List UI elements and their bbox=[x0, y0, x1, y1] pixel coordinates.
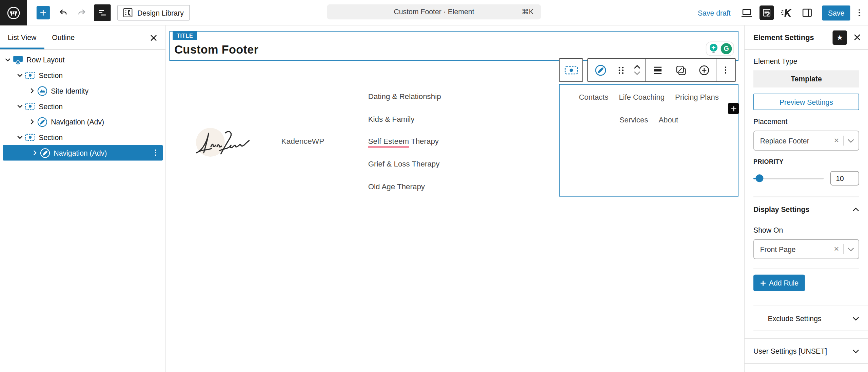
nav-link[interactable]: Services bbox=[619, 113, 648, 127]
footer-menu-link[interactable]: Kids & Family bbox=[368, 108, 441, 130]
command-palette[interactable]: Custom Footer · Element ⌘K bbox=[327, 4, 541, 19]
footer-menu-link[interactable]: Self Esteem Therapy bbox=[368, 130, 441, 153]
block-toolbar bbox=[559, 58, 736, 82]
section-icon bbox=[24, 101, 36, 112]
pin-sidebar-button[interactable]: ★ bbox=[833, 30, 847, 44]
list-view-item-section[interactable]: Section bbox=[0, 99, 165, 114]
expander-icon[interactable] bbox=[16, 105, 24, 108]
footer-menu-link[interactable]: Grief & Loss Therapy bbox=[368, 153, 441, 175]
show-on-dropdown-icon[interactable] bbox=[844, 247, 854, 251]
save-button[interactable]: Save bbox=[822, 5, 850, 20]
vertical-align-button[interactable] bbox=[646, 59, 669, 81]
drag-handle[interactable] bbox=[613, 59, 629, 81]
nav-link[interactable]: About bbox=[658, 113, 678, 127]
align-middle-icon bbox=[653, 65, 663, 74]
site-identity-icon bbox=[37, 85, 47, 96]
block-inserter-button[interactable] bbox=[37, 6, 50, 19]
expires-settings-panel[interactable]: Expires Settings bbox=[745, 364, 868, 372]
slider-handle[interactable] bbox=[756, 174, 764, 182]
footer-menu-link[interactable]: Dating & Relationship bbox=[368, 85, 441, 107]
nav-link[interactable]: Contacts bbox=[579, 90, 608, 104]
element-type-value: Template bbox=[753, 70, 859, 87]
redo-icon bbox=[77, 8, 87, 18]
kadence-toolbar-button[interactable] bbox=[779, 5, 794, 21]
priority-slider[interactable] bbox=[753, 174, 824, 182]
compass-icon bbox=[594, 64, 607, 76]
block-options-button[interactable] bbox=[716, 59, 735, 81]
item-options-button[interactable] bbox=[155, 150, 156, 156]
list-view-item-section[interactable]: Section bbox=[0, 67, 165, 83]
editor-mode-button[interactable] bbox=[760, 5, 774, 20]
selected-navigation-block[interactable]: ContactsLife CoachingPricing PlansServic… bbox=[559, 84, 738, 196]
grammarly-widget[interactable]: G bbox=[706, 41, 734, 56]
wordpress-icon bbox=[7, 6, 21, 20]
display-settings-panel[interactable]: Display Settings bbox=[745, 197, 868, 222]
list-view-item-section[interactable]: Section bbox=[0, 130, 165, 145]
show-on-select[interactable]: Front Page ✕ bbox=[753, 239, 859, 259]
move-down-button[interactable] bbox=[633, 71, 641, 75]
navigation-block-type-button[interactable] bbox=[588, 59, 613, 81]
add-rule-button[interactable]: Add Rule bbox=[753, 275, 805, 291]
list-view-item-row-layout[interactable]: Row Layout bbox=[0, 52, 165, 67]
priority-input[interactable] bbox=[830, 171, 859, 185]
section-icon bbox=[25, 133, 35, 141]
site-logo-signature[interactable] bbox=[194, 126, 255, 160]
section-icon bbox=[24, 132, 36, 143]
preview-button[interactable] bbox=[739, 5, 754, 21]
expander-icon[interactable] bbox=[16, 136, 24, 139]
nav-link[interactable]: Life Coaching bbox=[619, 90, 665, 104]
nav-link[interactable]: Pricing Plans bbox=[675, 90, 719, 104]
chevron-down-icon bbox=[852, 349, 859, 353]
exclude-settings-panel[interactable]: Exclude Settings bbox=[753, 306, 868, 331]
grammarly-icon: G bbox=[721, 43, 732, 54]
move-up-button[interactable] bbox=[633, 65, 641, 69]
wordpress-logo[interactable] bbox=[0, 0, 27, 25]
select-parent-section-button[interactable] bbox=[559, 58, 583, 82]
undo-button[interactable] bbox=[55, 5, 71, 21]
clear-placement-icon[interactable]: ✕ bbox=[830, 137, 843, 144]
document-title: Custom Footer · Element bbox=[394, 8, 474, 16]
list-view-item-navigation-adv[interactable]: Navigation (Adv) bbox=[0, 114, 165, 130]
brand-text[interactable]: KadenceWP bbox=[281, 137, 324, 145]
element-title-block[interactable]: TITLE Custom Footer G bbox=[170, 31, 738, 61]
close-list-view-button[interactable] bbox=[148, 32, 159, 43]
expander-icon[interactable] bbox=[31, 150, 39, 155]
placement-dropdown-icon[interactable] bbox=[844, 139, 854, 142]
settings-sidebar-toggle[interactable] bbox=[799, 5, 815, 21]
section-icon bbox=[25, 102, 35, 110]
close-sidebar-button[interactable] bbox=[851, 32, 863, 43]
navigation-icon bbox=[39, 147, 51, 158]
footer-menu-list: Dating & RelationshipKids & FamilySelf E… bbox=[368, 85, 441, 198]
plus-icon bbox=[39, 9, 47, 17]
save-draft-button[interactable]: Save draft bbox=[698, 8, 731, 17]
signature-image bbox=[194, 126, 255, 158]
page-title[interactable]: Custom Footer bbox=[174, 43, 258, 56]
plus-icon bbox=[760, 280, 766, 286]
options-menu-button[interactable] bbox=[855, 9, 864, 16]
expander-icon[interactable] bbox=[3, 58, 12, 61]
preview-settings-button[interactable]: Preview Settings bbox=[753, 94, 859, 110]
list-view-toggle[interactable] bbox=[94, 4, 111, 21]
add-menu-item-button[interactable] bbox=[692, 59, 716, 81]
section-icon bbox=[564, 65, 578, 75]
user-settings-panel[interactable]: User Settings [UNSET] bbox=[745, 339, 868, 364]
expander-icon[interactable] bbox=[28, 119, 37, 124]
list-view-item-site-identity[interactable]: Site Identity bbox=[0, 83, 165, 99]
plus-icon bbox=[730, 105, 736, 112]
sidebar-title: Element Settings bbox=[753, 33, 832, 41]
swap-menu-button[interactable] bbox=[669, 59, 693, 81]
redo-button[interactable] bbox=[74, 5, 90, 21]
expander-icon[interactable] bbox=[16, 74, 24, 77]
clear-show-on-icon[interactable]: ✕ bbox=[830, 245, 843, 253]
footer-menu-link[interactable]: Old Age Therapy bbox=[368, 175, 441, 198]
expander-icon[interactable] bbox=[28, 88, 37, 94]
design-library-button[interactable]: Design Library bbox=[117, 5, 190, 21]
append-block-button[interactable] bbox=[728, 103, 739, 114]
tab-outline[interactable]: Outline bbox=[44, 25, 82, 49]
show-on-label: Show On bbox=[753, 226, 859, 234]
block-tree: Row LayoutSectionSite IdentitySectionNav… bbox=[0, 50, 165, 161]
list-view-item-navigation-adv[interactable]: Navigation (Adv) bbox=[3, 145, 163, 161]
sidebar-panel-icon bbox=[802, 8, 813, 18]
placement-select[interactable]: Replace Footer ✕ bbox=[753, 131, 859, 151]
tab-list-view[interactable]: List View bbox=[0, 25, 44, 49]
